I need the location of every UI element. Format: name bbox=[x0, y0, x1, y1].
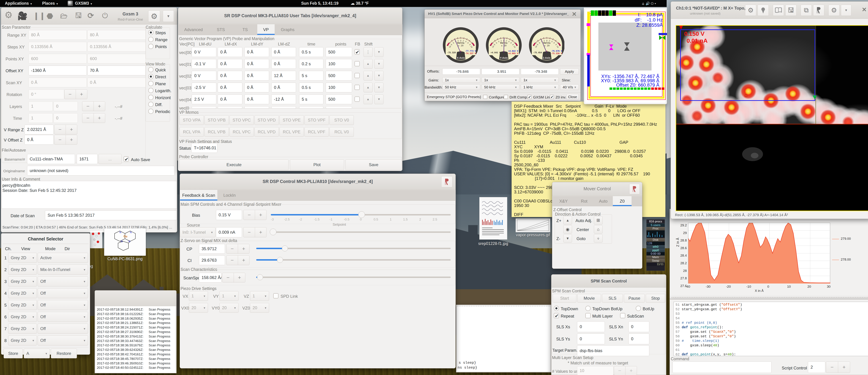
svg-text:-77.773 V: -77.773 V bbox=[465, 50, 476, 53]
svg-text:-75.320 V: -75.320 V bbox=[447, 52, 459, 54]
svg-text:N: N bbox=[128, 240, 130, 243]
svg-text:-75.338 V: -75.338 V bbox=[551, 53, 562, 55]
svg-text:+4.065 V: +4.065 V bbox=[508, 53, 518, 55]
svg-text:-75.454 V: -75.454 V bbox=[533, 52, 545, 54]
svg-text:+4.022 V: +4.022 V bbox=[508, 50, 518, 53]
svg-text:-75.576 V: -75.576 V bbox=[551, 50, 562, 53]
svg-text:N: N bbox=[130, 231, 132, 234]
svg-text:+4.041 V: +4.041 V bbox=[491, 52, 501, 54]
svg-text:0.01 nA: 0.01 nA bbox=[687, 37, 708, 44]
svg-text:X-Axis: X-Axis bbox=[457, 56, 465, 59]
svg-text:N: N bbox=[121, 240, 123, 243]
svg-text:0.150 V: 0.150 V bbox=[684, 30, 705, 37]
svg-text:N: N bbox=[119, 231, 121, 234]
svg-text:Cu: Cu bbox=[124, 235, 127, 238]
svg-text:Y-Axis: Y-Axis bbox=[500, 56, 508, 59]
svg-text:Z-Axis: Z-Axis bbox=[542, 56, 551, 59]
svg-text:-74.337 V: -74.337 V bbox=[465, 53, 476, 55]
